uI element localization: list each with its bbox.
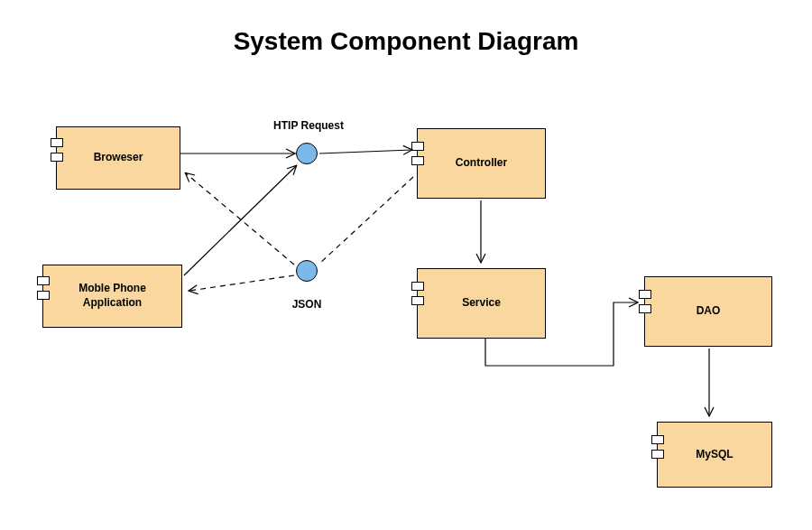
svg-line-5 bbox=[189, 275, 294, 291]
svg-line-3 bbox=[319, 177, 413, 264]
component-controller: Controller bbox=[417, 128, 546, 199]
diagram-title: System Component Diagram bbox=[162, 27, 650, 56]
interface-http-label: HTIP Request bbox=[263, 119, 354, 132]
interface-json-label: JSON bbox=[275, 298, 338, 311]
component-mysql: MySQL bbox=[657, 422, 772, 488]
svg-line-1 bbox=[319, 150, 411, 153]
svg-line-4 bbox=[186, 173, 294, 265]
component-browser: Broweser bbox=[56, 126, 180, 190]
interface-json-icon bbox=[296, 260, 318, 282]
component-dao-label: DAO bbox=[697, 304, 721, 319]
component-service: Service bbox=[417, 268, 546, 339]
component-mobile: Moble Phone Application bbox=[42, 265, 182, 328]
interface-http-icon bbox=[296, 143, 318, 164]
component-mysql-label: MySQL bbox=[696, 448, 733, 462]
component-browser-label: Broweser bbox=[94, 151, 143, 165]
component-controller-label: Controller bbox=[456, 156, 507, 171]
component-mobile-label: Moble Phone Application bbox=[78, 282, 146, 310]
component-dao: DAO bbox=[644, 276, 772, 347]
component-service-label: Service bbox=[462, 296, 501, 311]
svg-line-2 bbox=[184, 166, 296, 275]
